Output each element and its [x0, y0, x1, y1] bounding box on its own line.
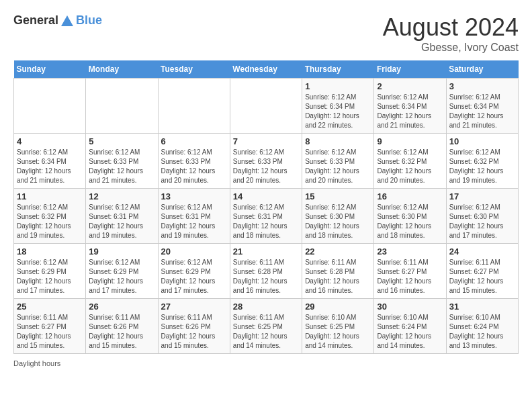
week-row-5: 25Sunrise: 6:11 AMSunset: 6:27 PMDayligh…	[14, 299, 519, 354]
day-cell: 24Sunrise: 6:11 AMSunset: 6:27 PMDayligh…	[446, 244, 518, 299]
day-cell: 23Sunrise: 6:11 AMSunset: 6:27 PMDayligh…	[374, 244, 446, 299]
day-info: Sunrise: 6:11 AMSunset: 6:26 PMDaylight:…	[161, 313, 227, 351]
day-info: Sunrise: 6:12 AMSunset: 6:32 PMDaylight:…	[449, 148, 515, 185]
day-number: 21	[233, 246, 299, 257]
day-info: Sunrise: 6:12 AMSunset: 6:31 PMDaylight:…	[89, 203, 154, 240]
day-number: 15	[305, 191, 371, 201]
day-cell	[14, 79, 86, 134]
day-info: Sunrise: 6:12 AMSunset: 6:32 PMDaylight:…	[377, 148, 443, 185]
day-number: 29	[305, 302, 371, 312]
day-info: Sunrise: 6:11 AMSunset: 6:28 PMDaylight:…	[233, 258, 299, 295]
day-cell: 17Sunrise: 6:12 AMSunset: 6:30 PMDayligh…	[446, 189, 518, 244]
day-cell: 31Sunrise: 6:10 AMSunset: 6:24 PMDayligh…	[446, 299, 518, 354]
day-cell: 11Sunrise: 6:12 AMSunset: 6:32 PMDayligh…	[14, 189, 86, 244]
day-info: Sunrise: 6:11 AMSunset: 6:27 PMDaylight:…	[377, 258, 443, 295]
day-number: 19	[89, 246, 154, 257]
day-number: 31	[449, 302, 515, 312]
week-row-4: 18Sunrise: 6:12 AMSunset: 6:29 PMDayligh…	[14, 244, 519, 299]
day-number: 3	[449, 81, 515, 91]
week-row-3: 11Sunrise: 6:12 AMSunset: 6:32 PMDayligh…	[14, 189, 519, 244]
header-cell-monday: Monday	[86, 60, 158, 79]
location: Gbesse, Ivory Coast	[383, 42, 519, 54]
day-number: 11	[17, 191, 83, 201]
calendar-table: SundayMondayTuesdayWednesdayThursdayFrid…	[13, 60, 519, 354]
day-cell: 14Sunrise: 6:12 AMSunset: 6:31 PMDayligh…	[230, 189, 302, 244]
day-number: 1	[305, 81, 371, 91]
day-info: Sunrise: 6:12 AMSunset: 6:30 PMDaylight:…	[449, 203, 515, 240]
day-info: Sunrise: 6:11 AMSunset: 6:27 PMDaylight:…	[17, 313, 83, 351]
day-number: 16	[377, 191, 443, 201]
day-cell: 18Sunrise: 6:12 AMSunset: 6:29 PMDayligh…	[14, 244, 86, 299]
day-number: 10	[449, 136, 515, 146]
day-cell: 3Sunrise: 6:12 AMSunset: 6:34 PMDaylight…	[446, 79, 518, 134]
day-cell: 27Sunrise: 6:11 AMSunset: 6:26 PMDayligh…	[158, 299, 230, 354]
day-cell: 2Sunrise: 6:12 AMSunset: 6:34 PMDaylight…	[374, 79, 446, 134]
day-cell: 26Sunrise: 6:11 AMSunset: 6:26 PMDayligh…	[86, 299, 158, 354]
day-number: 12	[89, 191, 154, 201]
day-cell: 19Sunrise: 6:12 AMSunset: 6:29 PMDayligh…	[86, 244, 158, 299]
calendar-body: 1Sunrise: 6:12 AMSunset: 6:34 PMDaylight…	[14, 79, 519, 354]
day-number: 9	[377, 136, 443, 146]
logo-text-blue: Blue	[76, 13, 102, 27]
day-cell	[230, 79, 302, 134]
day-info: Sunrise: 6:11 AMSunset: 6:27 PMDaylight:…	[449, 258, 515, 295]
day-cell: 16Sunrise: 6:12 AMSunset: 6:30 PMDayligh…	[374, 189, 446, 244]
day-number: 24	[449, 246, 515, 257]
day-info: Sunrise: 6:11 AMSunset: 6:26 PMDaylight:…	[89, 313, 154, 351]
day-cell: 29Sunrise: 6:10 AMSunset: 6:25 PMDayligh…	[302, 299, 374, 354]
day-number: 8	[305, 136, 371, 146]
day-info: Sunrise: 6:10 AMSunset: 6:24 PMDaylight:…	[449, 313, 515, 351]
day-cell: 7Sunrise: 6:12 AMSunset: 6:33 PMDaylight…	[230, 134, 302, 189]
header-row: SundayMondayTuesdayWednesdayThursdayFrid…	[14, 60, 519, 79]
header-cell-sunday: Sunday	[14, 60, 86, 79]
day-cell: 22Sunrise: 6:11 AMSunset: 6:28 PMDayligh…	[302, 244, 374, 299]
day-cell: 10Sunrise: 6:12 AMSunset: 6:32 PMDayligh…	[446, 134, 518, 189]
day-number: 5	[89, 136, 154, 146]
day-info: Sunrise: 6:12 AMSunset: 6:34 PMDaylight:…	[377, 93, 443, 130]
day-info: Sunrise: 6:10 AMSunset: 6:24 PMDaylight:…	[377, 313, 443, 351]
day-info: Sunrise: 6:12 AMSunset: 6:32 PMDaylight:…	[17, 203, 83, 240]
day-number: 2	[377, 81, 443, 91]
daylight-label: Daylight hours	[13, 359, 60, 367]
day-cell: 4Sunrise: 6:12 AMSunset: 6:34 PMDaylight…	[14, 134, 86, 189]
day-number: 28	[233, 302, 299, 312]
day-cell: 8Sunrise: 6:12 AMSunset: 6:33 PMDaylight…	[302, 134, 374, 189]
day-info: Sunrise: 6:12 AMSunset: 6:30 PMDaylight:…	[305, 203, 371, 240]
week-row-1: 1Sunrise: 6:12 AMSunset: 6:34 PMDaylight…	[14, 79, 519, 134]
title-block: August 2024 Gbesse, Ivory Coast	[383, 13, 519, 54]
day-cell: 20Sunrise: 6:12 AMSunset: 6:29 PMDayligh…	[158, 244, 230, 299]
day-number: 27	[161, 302, 227, 312]
day-cell: 5Sunrise: 6:12 AMSunset: 6:33 PMDaylight…	[86, 134, 158, 189]
day-cell: 12Sunrise: 6:12 AMSunset: 6:31 PMDayligh…	[86, 189, 158, 244]
day-info: Sunrise: 6:12 AMSunset: 6:31 PMDaylight:…	[161, 203, 227, 240]
header-cell-friday: Friday	[374, 60, 446, 79]
day-number: 7	[233, 136, 299, 146]
day-cell: 1Sunrise: 6:12 AMSunset: 6:34 PMDaylight…	[302, 79, 374, 134]
day-info: Sunrise: 6:12 AMSunset: 6:33 PMDaylight:…	[161, 148, 227, 185]
day-info: Sunrise: 6:10 AMSunset: 6:25 PMDaylight:…	[305, 313, 371, 351]
day-info: Sunrise: 6:11 AMSunset: 6:28 PMDaylight:…	[305, 258, 371, 295]
day-number: 4	[17, 136, 83, 146]
day-number: 22	[305, 246, 371, 257]
svg-marker-0	[61, 15, 73, 26]
week-row-2: 4Sunrise: 6:12 AMSunset: 6:34 PMDaylight…	[14, 134, 519, 189]
header-cell-tuesday: Tuesday	[158, 60, 230, 79]
day-number: 30	[377, 302, 443, 312]
day-cell: 21Sunrise: 6:11 AMSunset: 6:28 PMDayligh…	[230, 244, 302, 299]
day-info: Sunrise: 6:12 AMSunset: 6:33 PMDaylight:…	[233, 148, 299, 185]
day-info: Sunrise: 6:12 AMSunset: 6:29 PMDaylight:…	[89, 258, 154, 295]
day-info: Sunrise: 6:11 AMSunset: 6:25 PMDaylight:…	[233, 313, 299, 351]
day-info: Sunrise: 6:12 AMSunset: 6:31 PMDaylight:…	[233, 203, 299, 240]
day-info: Sunrise: 6:12 AMSunset: 6:34 PMDaylight:…	[17, 148, 83, 185]
day-info: Sunrise: 6:12 AMSunset: 6:30 PMDaylight:…	[377, 203, 443, 240]
day-info: Sunrise: 6:12 AMSunset: 6:34 PMDaylight:…	[449, 93, 515, 130]
day-number: 26	[89, 302, 154, 312]
day-number: 6	[161, 136, 227, 146]
logo-icon	[60, 14, 75, 29]
header-cell-wednesday: Wednesday	[230, 60, 302, 79]
day-info: Sunrise: 6:12 AMSunset: 6:33 PMDaylight:…	[89, 148, 154, 185]
logo-general-text: GeneralBlue	[13, 13, 102, 29]
day-cell: 13Sunrise: 6:12 AMSunset: 6:31 PMDayligh…	[158, 189, 230, 244]
day-info: Sunrise: 6:12 AMSunset: 6:34 PMDaylight:…	[305, 93, 371, 130]
logo: GeneralBlue	[13, 13, 102, 29]
